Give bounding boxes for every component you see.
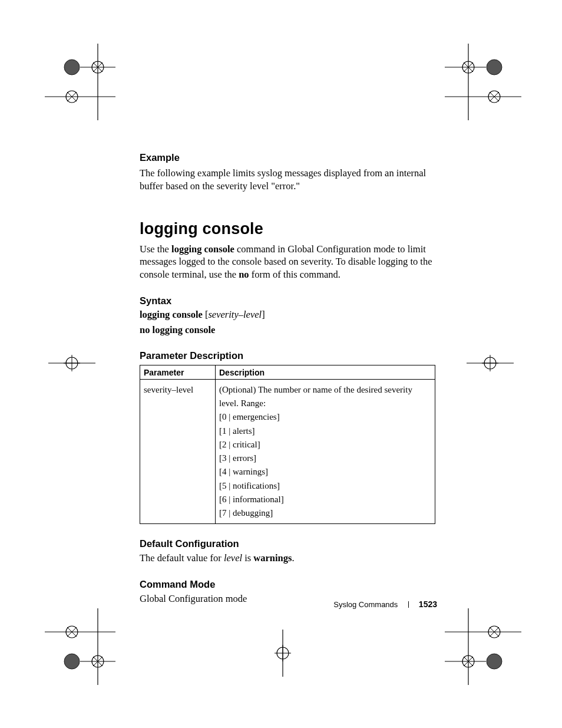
range-4: [4 | warnings] (219, 467, 268, 476)
crop-mark-bl (45, 608, 115, 685)
crop-mark-bc (259, 630, 306, 677)
page-content: Example The following example limits sys… (140, 152, 435, 609)
table-row: severity–level (Optional) The number or … (140, 379, 435, 524)
defconf-pre: The default value for (140, 552, 224, 564)
defconf-ital: level (224, 552, 242, 564)
svg-point-16 (487, 60, 502, 75)
svg-point-6 (64, 60, 80, 75)
crop-mark-ml (48, 340, 95, 387)
crop-mark-br (445, 608, 521, 685)
range-3: [3 | errors] (219, 453, 256, 463)
range-5: [5 | notifications] (219, 481, 280, 490)
section-intro: Use the logging console command in Globa… (140, 243, 435, 281)
syntax-line-1: logging console [severity–level] (140, 309, 435, 321)
th-description: Description (216, 365, 435, 379)
intro-no: no (239, 269, 249, 280)
th-parameter: Parameter (140, 365, 216, 379)
range-0: [0 | emergencies] (219, 412, 280, 421)
svg-point-44 (487, 654, 502, 669)
range-2: [2 | critical] (219, 440, 260, 449)
intro-cmd: logging console (171, 243, 234, 255)
syntax-param: severity–level (208, 309, 262, 320)
footer-chapter: Syslog Commands (333, 600, 398, 609)
cell-description: (Optional) The number or name of the des… (216, 379, 435, 524)
crop-mark-mr (467, 340, 514, 387)
paramdesc-heading: Parameter Description (140, 350, 435, 361)
table-header-row: Parameter Description (140, 365, 435, 379)
parameter-table: Parameter Description severity–level (Op… (140, 365, 435, 525)
syntax-line-2: no logging console (140, 324, 435, 336)
crop-mark-tr (445, 44, 521, 120)
defconf-mid: is (242, 552, 253, 564)
desc-intro: (Optional) The number or name of the des… (219, 385, 412, 408)
defaultconfig-text: The default value for level is warnings. (140, 552, 435, 565)
crop-mark-tl (45, 44, 115, 120)
range-1: [1 | alerts] (219, 426, 254, 436)
cell-parameter: severity–level (140, 379, 216, 524)
defconf-post: . (292, 552, 294, 564)
cmdmode-heading: Command Mode (140, 579, 435, 590)
syntax-heading: Syntax (140, 295, 435, 307)
range-7: [7 | debugging] (219, 508, 273, 518)
footer-page-number: 1523 (419, 599, 437, 609)
svg-point-34 (64, 654, 80, 669)
section-title: logging console (140, 220, 435, 238)
example-text: The following example limits syslog mess… (140, 167, 435, 193)
footer-separator (408, 601, 409, 608)
defaultconfig-heading: Default Configuration (140, 538, 435, 549)
page-footer: Syslog Commands 1523 (333, 599, 437, 610)
syntax-cmd: logging console (140, 309, 203, 320)
intro-pre: Use the (140, 243, 171, 255)
defconf-bold: warnings (253, 552, 292, 564)
intro-post: form of this command. (249, 269, 340, 280)
example-heading: Example (140, 152, 435, 163)
syntax-close: ] (262, 309, 265, 320)
range-6: [6 | informational] (219, 495, 284, 504)
syntax-open: [ (203, 309, 209, 320)
